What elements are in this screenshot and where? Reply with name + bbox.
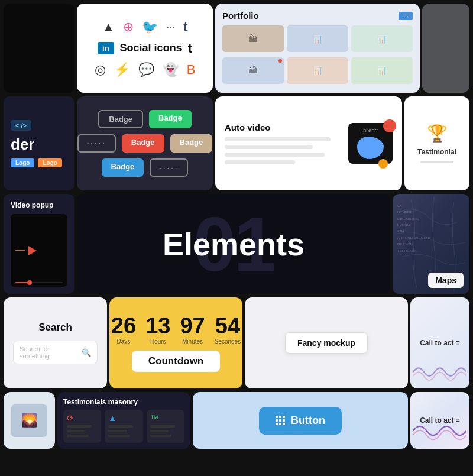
- red-circle-decor: [383, 119, 396, 132]
- call-to-act-label-row5: Call to act =: [416, 416, 464, 425]
- grid-icon: [276, 416, 285, 425]
- logo-slider-cell: < /> der Logo Logo: [4, 96, 74, 190]
- badge-dots[interactable]: ·····: [77, 134, 116, 153]
- t-card-3: ™: [147, 410, 184, 443]
- auto-video-cell: Auto video pixfort: [215, 96, 402, 190]
- icon-twitter: 🐦: [142, 20, 158, 35]
- video-popup-label: Video popup: [11, 201, 67, 209]
- icon-triangle: ▲: [102, 20, 115, 35]
- wavy-decoration: [413, 361, 466, 383]
- icon-flickr: ···: [166, 21, 175, 33]
- countdown-cell: 26 Days 13 Hours 97 Minutes 54 Secondes …: [109, 297, 242, 388]
- linkedin-badge: in: [98, 42, 114, 54]
- elements-title: Elements: [163, 226, 304, 263]
- icon-tumblr: t: [183, 20, 187, 35]
- badge-tan[interactable]: Badge: [170, 134, 213, 153]
- fancy-mockup-cell: Fancy mockup: [245, 297, 408, 388]
- search-cell: Search Search for something 🔍: [4, 297, 107, 388]
- portfolio-thumb-5: 📊: [287, 57, 348, 84]
- portfolio-title: Portfolio: [222, 11, 259, 21]
- social-icons-label: Social icons: [120, 42, 182, 54]
- badge-red[interactable]: Badge: [122, 134, 164, 153]
- icon-blogger: B: [187, 62, 196, 77]
- portfolio-thumb-2: 📊: [287, 25, 348, 52]
- maps-label: Maps: [428, 273, 464, 288]
- video-popup-cell: Video popup: [4, 194, 74, 294]
- badge-green[interactable]: Badge: [149, 110, 192, 128]
- dark-video-cell: [4, 4, 74, 93]
- call-to-act-label-row4: Call to act =: [416, 339, 464, 347]
- call-to-act-partial: Call to act =: [410, 297, 469, 388]
- logo-badge-1: Logo: [11, 158, 34, 167]
- icon-tiktok: t: [188, 41, 192, 56]
- auto-video-title: Auto video: [225, 122, 342, 132]
- countdown-seconds: 54 Secondes: [215, 315, 241, 345]
- elements-center: 01 Elements: [77, 194, 390, 294]
- portfolio-thumb-4: 🏔: [222, 57, 284, 84]
- icon-camera: ◎: [95, 62, 106, 77]
- testimonials-masonry-title: Testimonials masonry: [63, 398, 184, 406]
- icon-whatsapp: 💬: [138, 62, 154, 77]
- countdown-label: Countdown: [132, 351, 220, 372]
- badge-dots-2[interactable]: ·····: [150, 158, 188, 177]
- portfolio-cell: Portfolio ··· 🏔 📊 📊 🏔 📊: [215, 4, 420, 93]
- big-button[interactable]: Button: [259, 407, 342, 435]
- testimonials-masonry-cell: Testimonials masonry ⟳ ▲ ™: [57, 392, 190, 449]
- bottom-left-cell: 🌄: [4, 392, 55, 449]
- countdown-hours: 13 Hours: [145, 315, 170, 345]
- search-title: Search: [38, 322, 72, 333]
- maps-cell[interactable]: LAUCHEREL'INDUSTRIEFURNO4THARRONDISSEMEN…: [393, 194, 469, 294]
- icon-deviantart: ⚡: [114, 62, 130, 77]
- testimonial-cell: 🏆 Testimonial: [404, 96, 469, 190]
- portfolio-thumb-1: 🏔: [222, 25, 284, 52]
- button-label: Button: [291, 415, 325, 427]
- call-to-act-bottom: Call to act =: [410, 392, 469, 449]
- button-cell: Button: [193, 392, 408, 449]
- code-badge: < />: [11, 120, 31, 131]
- badges-cell: Badge Badge ····· Badge Badge Badge ····…: [77, 96, 213, 190]
- t-card-1: ⟳: [63, 410, 101, 443]
- testimonial-label: Testimonial: [417, 148, 456, 156]
- video-player[interactable]: [11, 214, 67, 287]
- search-icon[interactable]: 🔍: [82, 348, 91, 357]
- logo-badge-2: Logo: [38, 158, 61, 167]
- icon-snapchat: 👻: [163, 62, 179, 77]
- pixfort-blob: [357, 137, 384, 159]
- icon-dribbble: ⊕: [123, 20, 134, 35]
- pixfort-label: pixfort: [363, 128, 378, 134]
- award-icon: 🏆: [427, 124, 448, 143]
- social-icons-cell: ▲ ⊕ 🐦 ··· t in Social icons t ◎ ⚡ 💬 👻 B: [77, 4, 213, 93]
- portfolio-thumb-3: 📊: [351, 25, 413, 52]
- countdown-days: 26 Days: [111, 315, 136, 345]
- slider-der-text: der: [11, 135, 34, 154]
- portfolio-thumb-6: 📊: [351, 57, 413, 84]
- t-card-2: ▲: [105, 410, 142, 443]
- row1-right-partial: [422, 4, 469, 93]
- portfolio-filter-btn[interactable]: ···: [399, 12, 413, 20]
- yellow-circle-decor: [378, 159, 388, 169]
- fancy-mockup-btn[interactable]: Fancy mockup: [285, 332, 368, 354]
- search-input[interactable]: Search for something 🔍: [13, 341, 98, 364]
- search-placeholder-text: Search for something: [20, 345, 78, 360]
- badge-outline-1[interactable]: Badge: [98, 110, 143, 128]
- countdown-minutes: 97 Minutes: [180, 315, 205, 345]
- badge-blue[interactable]: Badge: [102, 158, 144, 177]
